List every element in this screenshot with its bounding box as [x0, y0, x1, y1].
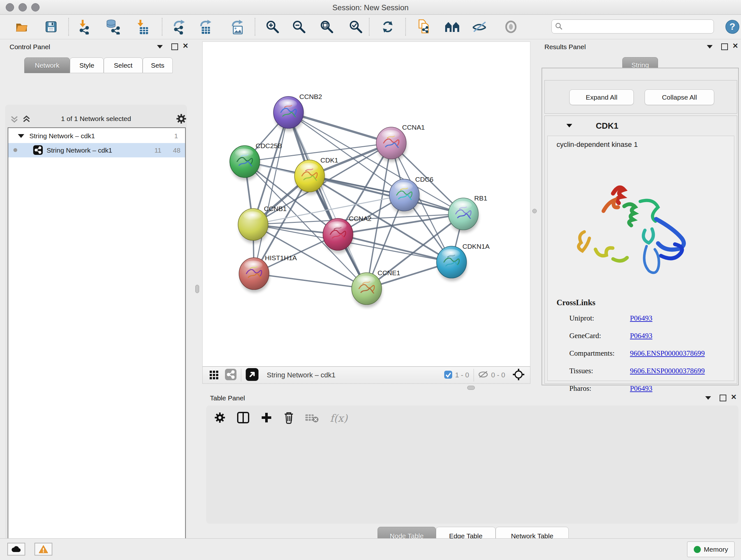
zoom-out-icon[interactable] [290, 18, 308, 35]
results-actions-box: Expand All Collapse All [544, 80, 737, 114]
network-canvas[interactable]: CCNB2CCNA1CDC25BCDK1CDC6RB1CCNB1CCNA2CDK… [202, 42, 530, 367]
table-toolbar: f(x) [214, 411, 347, 425]
table-panel-close-icon[interactable]: ✕ [731, 393, 737, 401]
edge-CCNB2-HIST1H1A[interactable] [254, 112, 288, 273]
warnings-button[interactable] [35, 543, 52, 556]
edge-CDK1-RB1[interactable] [310, 176, 463, 214]
tab-sets[interactable]: Sets [143, 57, 173, 73]
table-gear-icon[interactable] [214, 412, 226, 425]
crosslink-link[interactable]: P06493 [630, 332, 652, 340]
memory-button[interactable]: Memory [687, 542, 735, 557]
crosslink-link[interactable]: 9606.ENSP00000378699 [630, 367, 705, 375]
selected-checkbox-icon[interactable] [444, 370, 453, 380]
edge-CCNB2-CCNA1[interactable] [288, 112, 391, 143]
search-icon [555, 22, 563, 30]
crosslink-row: Compartments:9606.ENSP00000378699 [548, 346, 734, 364]
node-CDC6[interactable] [389, 179, 420, 214]
function-builder-icon[interactable]: f(x) [330, 412, 347, 424]
memory-label: Memory [704, 546, 728, 553]
edge-HIST1H1A-CCNE1[interactable] [254, 273, 367, 289]
automation-status-button[interactable] [7, 543, 25, 556]
help-icon[interactable]: ? [724, 18, 741, 35]
gene-symbol: CDK1 [596, 121, 618, 131]
export-table-icon[interactable] [197, 18, 215, 35]
network-list-gear-icon[interactable] [176, 113, 187, 126]
show-all-icon[interactable] [502, 18, 520, 35]
hidden-eye-icon[interactable] [478, 371, 488, 380]
toolbar-separator [255, 18, 255, 36]
export-image-icon[interactable] [229, 18, 247, 35]
network-icon [33, 145, 43, 157]
node-label-CDC25B: CDC25B [256, 142, 282, 149]
import-network-from-database-icon[interactable] [104, 18, 121, 35]
table-panel-float-icon[interactable] [720, 395, 726, 401]
collapse-all-button[interactable]: Collapse All [645, 89, 714, 105]
node-CDKN1A[interactable] [436, 246, 467, 281]
tab-style[interactable]: Style [70, 57, 104, 73]
hide-selected-icon[interactable] [470, 18, 488, 35]
network-collection-row[interactable]: String Network – cdk1 1 [8, 129, 185, 143]
crosslink-link[interactable]: P06493 [630, 314, 652, 322]
left-splitter-handle[interactable] [195, 285, 199, 293]
control-panel-float-icon[interactable] [172, 44, 178, 50]
node-CCNA1[interactable] [376, 127, 407, 162]
node-label-HIST1H1A: HIST1H1A [265, 254, 297, 261]
table-container: f(x) shared namenamecanonical namedataba… [206, 406, 738, 523]
right-splitter-handle[interactable] [532, 209, 537, 213]
delete-table-icon[interactable] [305, 413, 319, 424]
open-session-icon[interactable] [13, 18, 30, 35]
results-panel-float-icon[interactable] [721, 44, 728, 50]
show-columns-icon[interactable] [237, 412, 250, 425]
network-graph: CCNB2CCNA1CDC25BCDK1CDC6RB1CCNB1CCNA2CDK… [203, 42, 530, 366]
crosslink-label: Compartments: [569, 349, 615, 358]
crosslink-link[interactable]: 9606.ENSP00000378699 [630, 349, 705, 358]
import-network-from-file-icon[interactable] [76, 18, 93, 35]
results-panel-close-icon[interactable]: ✕ [732, 42, 738, 50]
birdseye-view-icon[interactable] [246, 368, 259, 382]
node-CCNE1[interactable] [352, 273, 382, 307]
gene-section-header[interactable]: CDK1 [545, 116, 737, 136]
fit-selected-crosshair-icon[interactable] [512, 368, 525, 382]
save-session-icon[interactable] [42, 18, 60, 35]
tab-network[interactable]: Network [24, 57, 70, 73]
network-row-selected[interactable]: String Network – cdk1 11 48 [8, 143, 185, 158]
node-label-CCNA1: CCNA1 [402, 124, 425, 131]
table-panel-float-menu-icon[interactable] [705, 396, 711, 400]
network-tree: String Network – cdk1 1 String Network –… [8, 127, 186, 560]
apply-preferred-layout-icon[interactable] [379, 18, 397, 35]
network-view-title: String Network – cdk1 [267, 371, 335, 379]
control-panel-close-icon[interactable]: ✕ [183, 42, 188, 50]
node-CCNB1[interactable] [238, 208, 268, 243]
tab-select[interactable]: Select [104, 57, 143, 73]
import-table-from-file-icon[interactable] [133, 18, 151, 35]
node-CDC25B[interactable] [230, 145, 260, 180]
add-column-icon[interactable] [260, 412, 273, 425]
export-network-icon[interactable] [171, 18, 189, 35]
delete-column-icon[interactable] [283, 411, 294, 425]
network-view-toolbar: String Network – cdk1 1 - 0 0 - 0 [202, 367, 530, 384]
clone-network-icon[interactable] [416, 18, 434, 35]
node-HIST1H1A[interactable] [239, 258, 269, 293]
expand-all-button[interactable]: Expand All [569, 89, 634, 105]
collection-expand-icon[interactable] [18, 134, 24, 138]
control-panel-float-menu-icon[interactable] [157, 45, 163, 49]
results-panel-float-menu-icon[interactable] [707, 45, 713, 49]
node-RB1[interactable] [448, 198, 479, 233]
first-neighbors-icon[interactable] [444, 18, 461, 35]
gene-description: cyclin-dependent kinase 1 [556, 140, 637, 149]
search-input[interactable] [563, 23, 705, 30]
bottom-splitter-handle[interactable] [467, 386, 475, 390]
zoom-fit-content-icon[interactable] [318, 18, 336, 35]
node-label-CDKN1A: CDKN1A [462, 243, 489, 250]
node-CCNB2[interactable] [273, 97, 304, 131]
network-view-share-icon[interactable] [225, 369, 237, 381]
hidden-counts: 0 - 0 [491, 371, 505, 379]
control-panel-title: Control Panel [10, 43, 50, 51]
edge-CCNB2-CCNE1[interactable] [288, 112, 367, 289]
collection-count: 1 [174, 132, 178, 140]
grid-view-icon[interactable] [209, 369, 219, 381]
zoom-in-icon[interactable] [264, 18, 281, 35]
gene-collapse-icon[interactable] [566, 124, 572, 127]
node-CDK1[interactable] [294, 160, 325, 195]
zoom-selected-icon[interactable] [347, 18, 365, 35]
